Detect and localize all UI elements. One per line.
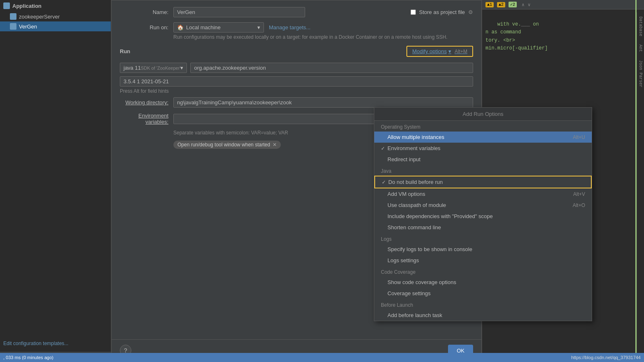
specify-logs-item[interactable]: Specify logs to be shown in console <box>374 244 592 255</box>
sidebar-item-label-vergen: VerGen <box>19 24 37 30</box>
do-not-build-label: Do not build before run <box>388 179 443 185</box>
operating-system-section-label: Operating System <box>374 121 592 132</box>
java-sdk-select[interactable]: java 11 SDK of 'ZooKeeper' ▾ <box>120 63 187 73</box>
environment-variables-label: Environment variables <box>387 145 441 151</box>
sidebar: Application zookeeperServer VerGen Edit … <box>0 0 111 362</box>
run-section-header: Run <box>120 48 130 54</box>
include-dependencies-label: Include dependencies with "Provided" sco… <box>387 213 493 219</box>
add-vm-options-label: Add VM options <box>387 191 425 197</box>
shorten-command-line-item[interactable]: Shorten command line <box>374 222 592 233</box>
redirect-input-label: Redirect input <box>387 156 420 162</box>
name-row: Name: Store as project file ⚙ <box>120 7 473 17</box>
sidebar-section-application: Application <box>0 0 111 12</box>
shorten-command-line-label: Shorten command line <box>387 224 441 230</box>
env-vars-label: Environment variables: <box>120 113 173 125</box>
run-on-value: Local machine <box>186 24 221 31</box>
use-classpath-shortcut: Alt+O <box>573 202 585 208</box>
code-editor-header: ▲1 ▲2 ✓2 ∧ ∨ <box>482 0 644 9</box>
add-vm-options-shortcut: Alt+V <box>573 191 585 197</box>
program-args-field[interactable] <box>120 76 473 87</box>
add-before-launch-item[interactable]: Add before launch task <box>374 310 592 321</box>
logs-section-label: Logs <box>374 233 592 244</box>
environment-variables-item[interactable]: ✓ Environment variables <box>374 143 592 154</box>
do-not-build-item[interactable]: ✓ Do not build before run <box>374 176 592 188</box>
green-indicator-bar <box>635 0 637 362</box>
application-folder-icon <box>3 2 10 9</box>
ant-tab[interactable]: Ant <box>638 45 643 52</box>
allow-multiple-instances-shortcut: Alt+U <box>573 134 585 140</box>
store-as-project-checkbox[interactable] <box>411 9 416 15</box>
java-section-label: Java <box>374 165 592 176</box>
chip-label: Open run/debug tool window when started <box>177 142 270 148</box>
name-label: Name: <box>120 9 173 15</box>
right-sidebar: Database Ant Json Parser <box>637 12 644 362</box>
add-vm-options-item[interactable]: Add VM options Alt+V <box>374 188 592 200</box>
store-as-project-label: Store as project file <box>419 9 465 15</box>
sidebar-item-label-zookeeperserver: zookeeperServer <box>19 14 60 20</box>
before-launch-section-label: Before Launch <box>374 299 592 310</box>
add-before-launch-label: Add before launch task <box>387 312 442 318</box>
add-run-options-dropdown: Add Run Options Operating System Allow m… <box>374 107 592 321</box>
redirect-input-item[interactable]: Redirect input <box>374 154 592 165</box>
logs-settings-item[interactable]: Logs settings <box>374 255 592 266</box>
collapse-down-icon[interactable]: ∨ <box>528 2 531 7</box>
include-dependencies-item[interactable]: Include dependencies with "Provided" sco… <box>374 211 592 222</box>
sidebar-item-vergen[interactable]: VerGen <box>0 21 111 31</box>
run-on-hint: Run configurations may be executed local… <box>173 34 473 40</box>
use-classpath-item[interactable]: Use classpath of module Alt+O <box>374 200 592 211</box>
working-dir-input[interactable] <box>173 97 473 108</box>
coverage-settings-item[interactable]: Coverage settings <box>374 288 592 299</box>
logs-settings-label: Logs settings <box>387 257 419 263</box>
show-code-coverage-label: Show code coverage options <box>387 279 456 285</box>
status-bar-text: , 033 ms (0 minutes ago) <box>3 355 54 360</box>
field-hint: Press Alt for field hints <box>120 88 473 94</box>
warning-badge-1: ▲1 <box>485 2 494 7</box>
file-icon-vergen <box>10 23 16 30</box>
sidebar-item-zookeeperserver[interactable]: zookeeperServer <box>0 12 111 21</box>
working-dir-label: Working directory: <box>120 99 173 106</box>
gear-icon[interactable]: ⚙ <box>468 9 473 15</box>
chevron-down-icon-modify: ▾ <box>448 48 451 54</box>
ok-badge: ✓2 <box>509 2 517 7</box>
json-parser-tab[interactable]: Json Parser <box>638 60 643 87</box>
allow-multiple-instances-label: Allow multiple instances <box>387 134 444 140</box>
coverage-settings-label: Coverage settings <box>387 290 431 296</box>
specify-logs-label: Specify logs to be shown in console <box>387 246 472 252</box>
java-row: java 11 SDK of 'ZooKeeper' ▾ <box>120 63 473 73</box>
run-on-label: Run on: <box>120 24 173 31</box>
modify-options-label: Modify options <box>412 48 447 54</box>
chevron-down-icon: ▾ <box>257 24 260 31</box>
check-mark-do-not-build: ✓ <box>382 179 388 185</box>
modify-options-button[interactable]: Modify options ▾ Alt+M <box>406 46 473 57</box>
manage-targets-link[interactable]: Manage targets... <box>269 24 310 31</box>
chevron-down-icon-java: ▾ <box>180 65 183 71</box>
run-on-row: Run on: 🏠 Local machine ▾ Manage targets… <box>120 22 473 33</box>
allow-multiple-instances-item[interactable]: Allow multiple instances Alt+U <box>374 132 592 143</box>
database-tab[interactable]: Database <box>638 16 643 36</box>
collapse-up-icon[interactable]: ∧ <box>522 2 525 7</box>
sidebar-footer: Edit configuration templates... <box>0 337 72 350</box>
code-coverage-section-label: Code Coverage <box>374 266 592 277</box>
check-mark-env: ✓ <box>381 146 387 151</box>
run-debug-chip: Open run/debug tool window when started … <box>173 141 281 149</box>
sidebar-application-label: Application <box>12 3 42 9</box>
file-icon-zookeeperserver <box>10 13 16 20</box>
edit-configuration-link[interactable]: Edit configuration templates... <box>3 341 68 346</box>
home-icon: 🏠 <box>177 24 184 31</box>
dropdown-header: Add Run Options <box>374 108 592 121</box>
warning-badge-2: ▲2 <box>497 2 505 7</box>
run-on-select[interactable]: 🏠 Local machine ▾ <box>173 22 264 33</box>
use-classpath-label: Use classpath of module <box>387 202 446 208</box>
url-text: https://blog.csdn.net/qq_37931744 <box>571 355 641 360</box>
working-dir-row: Working directory: <box>120 97 473 108</box>
main-class-field[interactable] <box>190 63 473 73</box>
modify-options-shortcut: Alt+M <box>455 49 467 54</box>
sdk-description: SDK of 'ZooKeeper' <box>141 66 181 71</box>
chip-close-button[interactable]: ✕ <box>273 142 277 148</box>
name-input[interactable] <box>173 7 305 17</box>
status-bar: , 033 ms (0 minutes ago) https://blog.cs… <box>0 353 644 362</box>
java-sdk-label: java 11 <box>124 65 141 71</box>
show-code-coverage-item[interactable]: Show code coverage options <box>374 277 592 288</box>
code-content: with ve.___ on n as command tory. <br> m… <box>482 9 644 63</box>
